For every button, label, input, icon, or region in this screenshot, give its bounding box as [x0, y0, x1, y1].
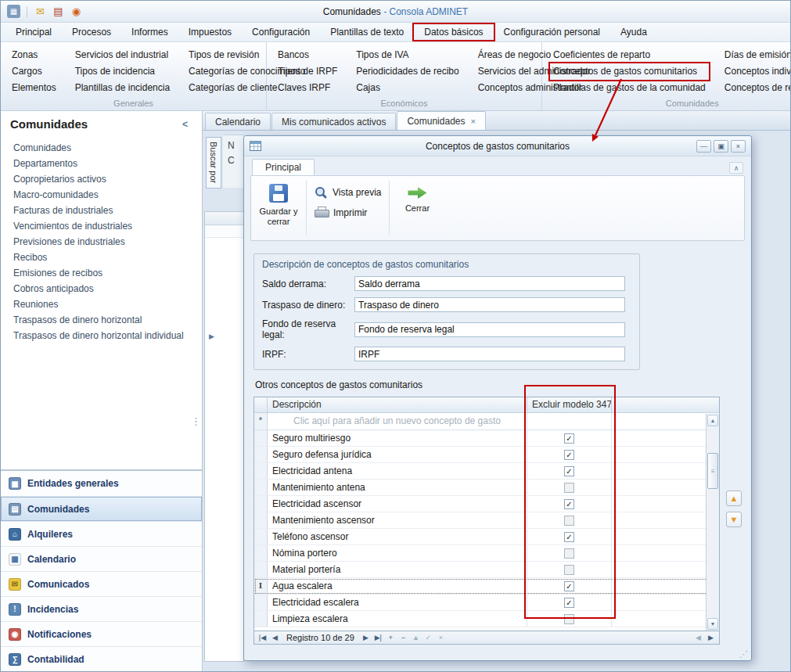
tab-mis-comunicados-activos[interactable]: Mis comunicados activos: [271, 113, 396, 130]
sidebar-item-cobros-anticipados[interactable]: Cobros anticipados: [1, 281, 202, 296]
cell-descripcion[interactable]: Electricidad escalera: [268, 595, 527, 610]
sidebar-nav-comunidades[interactable]: ▤Comunidades: [1, 496, 202, 521]
cell-descripcion[interactable]: Seguro multiriesgo: [268, 430, 527, 446]
cell-descripcion[interactable]: Limpieza escalera: [268, 611, 527, 627]
excluir-checkbox[interactable]: ✓: [564, 532, 574, 542]
ribbon-item-plantillas-de-gastos-de-la-comunidad[interactable]: Plantillas de gastos de la comunidad: [550, 80, 709, 96]
ribbon-item-cajas[interactable]: Cajas: [353, 80, 462, 96]
excluir-checkbox[interactable]: ✓: [564, 450, 574, 460]
field-input-fondo-de-reserva-legal[interactable]: [354, 322, 625, 337]
resize-grip-icon[interactable]: ⋰: [739, 649, 748, 659]
ribbon-item-tipos-de-irpf[interactable]: Tipos de IRPF: [275, 63, 340, 80]
excluir-checkbox[interactable]: [564, 516, 574, 526]
ribbon-item-coeficientes-de-reparto[interactable]: Coeficientes de reparto: [550, 47, 709, 63]
sidebar-item-previsiones-de-industriales[interactable]: Previsiones de industriales: [1, 234, 202, 250]
cell-descripcion[interactable]: Material portería: [268, 562, 527, 577]
excluir-checkbox[interactable]: [564, 614, 574, 624]
sidebar-item-traspasos-de-dinero-horizontal-individual[interactable]: Traspasos de dinero horizontal individua…: [1, 328, 202, 343]
menu-item-principal[interactable]: Principal: [5, 24, 62, 40]
field-input-saldo-derrama[interactable]: [354, 276, 625, 291]
cell-descripcion[interactable]: Electricidad antena: [268, 463, 527, 479]
excluir-checkbox[interactable]: ✓: [564, 598, 574, 608]
grid-row-mantenimiento-antena[interactable]: Mantenimiento antena: [254, 480, 719, 496]
print-button[interactable]: Imprimir: [315, 207, 381, 218]
save-and-close-button[interactable]: Guardar y cerrar: [256, 179, 301, 237]
sidebar-nav-calendario[interactable]: ▦Calendario: [1, 546, 202, 571]
scrollbar-thumb[interactable]: ≡: [707, 453, 718, 489]
grid-new-row[interactable]: * Clic aquí para añadir un nuevo concept…: [254, 413, 719, 430]
menu-item-informes[interactable]: Informes: [121, 24, 178, 40]
spiral-icon[interactable]: ◉: [70, 5, 83, 18]
grid-row-nomina-portero[interactable]: Nómina portero: [254, 545, 719, 562]
grid-row-limpieza-escalera[interactable]: Limpieza escalera: [254, 611, 719, 627]
ribbon-item-conceptos-individuales[interactable]: Conceptos individuales: [721, 63, 791, 80]
grid-row-telefono-ascensor[interactable]: Teléfono ascensor✓: [254, 529, 719, 545]
excluir-checkbox[interactable]: [564, 483, 574, 493]
excluir-checkbox[interactable]: ✓: [564, 499, 574, 509]
grid-row-electricidad-ascensor[interactable]: Electricidad ascensor✓: [254, 496, 719, 512]
sidebar-nav-comunicados[interactable]: ✉Comunicados: [1, 571, 202, 596]
sidebar-nav-alquileres[interactable]: ⌂Alquileres: [1, 521, 202, 546]
dialog-titlebar[interactable]: Conceptos de gastos comunitarios — ▣ ×: [244, 136, 751, 156]
sidebar-collapse-icon[interactable]: <: [178, 117, 192, 131]
delete-record-button[interactable]: −: [397, 633, 409, 643]
cell-descripcion[interactable]: Electricidad ascensor: [268, 496, 527, 512]
grid-row-agua-escalera[interactable]: IAgua escalera✓: [254, 578, 719, 595]
edit-record-button[interactable]: ▲: [410, 633, 422, 643]
grid-row-seguro-multiriesgo[interactable]: Seguro multiriesgo✓: [254, 430, 719, 447]
commit-edit-button[interactable]: ✓: [422, 633, 434, 643]
scroll-up-icon[interactable]: ▲: [707, 415, 718, 426]
excluir-checkbox[interactable]: ✓: [564, 581, 574, 591]
ribbon-item-claves-irpf[interactable]: Claves IRPF: [275, 80, 340, 96]
menu-item-ayuda[interactable]: Ayuda: [610, 24, 657, 40]
collapse-ribbon-icon[interactable]: ∧: [729, 162, 743, 174]
ribbon-item-cargos[interactable]: Cargos: [9, 63, 59, 80]
ribbon-item-servicios-del-industrial[interactable]: Servicios del industrial: [72, 47, 173, 63]
column-header-descripcion[interactable]: Descripción: [268, 397, 527, 412]
sidebar-item-vencimientos-de-industriales[interactable]: Vencimientos de industriales: [1, 218, 202, 234]
app-icon[interactable]: ▦: [7, 5, 20, 18]
sidebar-item-copropietarios-activos[interactable]: Copropietarios activos: [1, 171, 202, 187]
sidebar-item-traspasos-de-dinero-horizontal[interactable]: Traspasos de dinero horizontal: [1, 312, 202, 328]
grid-vertical-scrollbar[interactable]: ▲ ≡ ▼: [706, 414, 719, 631]
first-record-button[interactable]: |◀: [257, 633, 268, 643]
close-button[interactable]: ×: [731, 140, 746, 153]
tab-close-icon[interactable]: ×: [470, 117, 475, 126]
cell-descripcion[interactable]: Teléfono ascensor: [268, 529, 527, 544]
grid-row-mantenimiento-ascensor[interactable]: Mantenimiento ascensor: [254, 512, 719, 529]
tab-calendario[interactable]: Calendario: [205, 113, 271, 130]
excluir-checkbox[interactable]: ✓: [564, 433, 574, 444]
field-input-irpf[interactable]: [354, 347, 625, 361]
cell-descripcion[interactable]: Mantenimiento ascensor: [268, 512, 527, 528]
minimize-button[interactable]: —: [696, 140, 711, 153]
preview-button[interactable]: Vista previa: [315, 186, 381, 199]
last-record-button[interactable]: ▶|: [372, 633, 384, 643]
cancel-edit-button[interactable]: ×: [435, 633, 447, 643]
sidebar-item-comunidades[interactable]: Comunidades: [1, 140, 202, 156]
ribbon-item-periodicidades-de-recibo[interactable]: Periodicidades de recibo: [353, 63, 462, 80]
scroll-right-button[interactable]: ▶: [705, 633, 717, 643]
sidebar-item-facturas-de-industriales[interactable]: Facturas de industriales: [1, 203, 202, 218]
new-row-text[interactable]: Clic aquí para añadir un nuevo concepto …: [268, 413, 527, 429]
scroll-left-button[interactable]: ◀: [692, 633, 704, 643]
sidebar-nav-contabilidad[interactable]: ∑Contabilidad: [1, 646, 202, 671]
column-header-excluir-modelo-347[interactable]: Excluir modelo 347: [527, 397, 612, 412]
move-down-button[interactable]: ▼: [726, 512, 742, 527]
ribbon-item-conceptos-de-recibo[interactable]: Conceptos de recibo: [721, 80, 791, 96]
cell-descripcion[interactable]: Mantenimiento antena: [268, 480, 527, 495]
ribbon-item-tipos-de-iva[interactable]: Tipos de IVA: [353, 47, 462, 63]
sidebar-nav-entidades-generales[interactable]: ▦Entidades generales: [1, 471, 202, 496]
next-record-button[interactable]: ▶: [360, 633, 372, 643]
sidebar-item-emisiones-de-recibos[interactable]: Emisiones de recibos: [1, 265, 202, 281]
grid-row-material-porteria[interactable]: Material portería: [254, 562, 719, 578]
ribbon-item-zonas[interactable]: Zonas: [9, 47, 59, 63]
ribbon-item-dias-de-emision-de-recibo[interactable]: Días de emisión de recibo: [721, 47, 791, 63]
previous-record-button[interactable]: ◀: [269, 633, 281, 643]
search-collapsed-tab[interactable]: Buscar por: [206, 137, 221, 189]
excluir-checkbox[interactable]: ✓: [564, 466, 574, 476]
sidebar-item-reuniones[interactable]: Reuniones: [1, 296, 202, 312]
mail-icon[interactable]: ✉: [34, 5, 47, 18]
ribbon-item-plantillas-de-incidencia[interactable]: Plantillas de incidencia: [72, 80, 173, 96]
sidebar-item-recibos[interactable]: Recibos: [1, 250, 202, 265]
sidebar-nav-incidencias[interactable]: !Incidencias: [1, 596, 202, 621]
